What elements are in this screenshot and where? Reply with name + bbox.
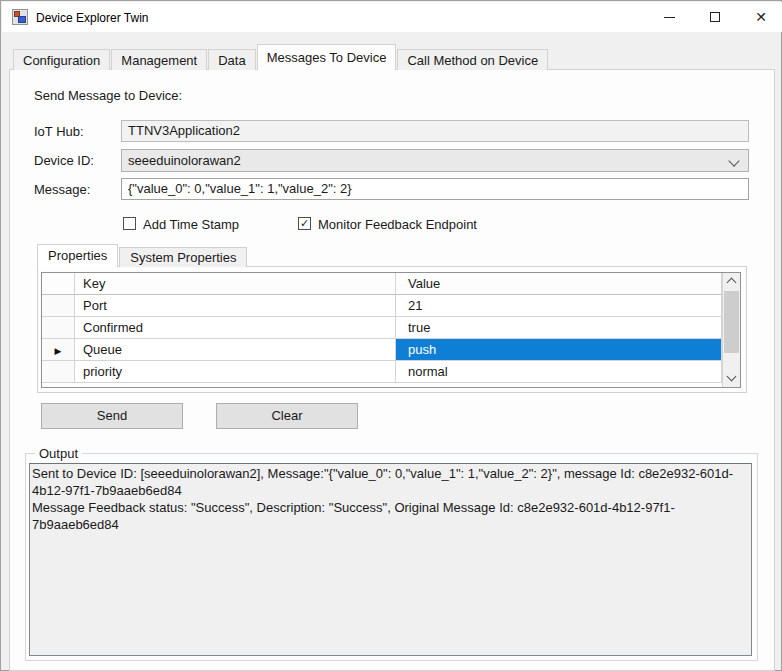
add-time-stamp-checkbox[interactable] [123, 217, 136, 230]
section-title: Send Message to Device: [34, 88, 182, 103]
grid-header-value: Value [396, 273, 722, 295]
output-line: Message Feedback status: "Success", Desc… [32, 499, 749, 533]
output-group-label: Output [35, 446, 82, 461]
row-header-cell[interactable]: ▶ [42, 339, 75, 361]
tab-properties[interactable]: Properties [37, 244, 118, 267]
scrollbar-thumb[interactable] [724, 291, 739, 353]
tab-data[interactable]: Data [208, 49, 255, 70]
main-tab-strip: Configuration Management Data Messages T… [13, 44, 549, 70]
monitor-feedback-endpoint-checkbox[interactable]: ✓ [298, 217, 311, 230]
value-cell-selected[interactable]: push [396, 339, 722, 361]
message-label: Message: [34, 182, 90, 197]
key-cell[interactable]: Confirmed [75, 317, 396, 339]
iot-hub-field[interactable]: TTNV3Application2 [121, 120, 749, 142]
iot-hub-label: IoT Hub: [34, 124, 84, 139]
table-row: Confirmed true [42, 317, 740, 339]
properties-grid: Key Value Port 21 Confirmed true ▶ Queue… [41, 272, 741, 388]
device-id-combobox[interactable]: seeeduinolorawan2 [121, 149, 749, 172]
current-row-marker-icon: ▶ [55, 346, 62, 356]
key-cell[interactable]: Queue [75, 339, 396, 361]
chevron-down-icon [728, 155, 739, 166]
grid-vertical-scrollbar[interactable] [722, 273, 740, 387]
tab-management[interactable]: Management [111, 49, 207, 70]
tab-system-properties[interactable]: System Properties [119, 247, 247, 267]
monitor-feedback-endpoint-label: Monitor Feedback Endpoint [318, 217, 477, 232]
key-cell[interactable]: Port [75, 295, 396, 317]
message-field[interactable]: {"value_0": 0,"value_1": 1,"value_2": 2} [121, 178, 749, 200]
properties-tab-strip: Properties System Properties [37, 244, 248, 267]
table-row: Port 21 [42, 295, 740, 317]
clear-button[interactable]: Clear [216, 403, 358, 429]
grid-header-row: Key Value [42, 273, 740, 295]
checkmark-icon: ✓ [300, 217, 309, 229]
row-header-cell[interactable] [42, 317, 75, 339]
grid-header-key: Key [75, 273, 396, 295]
add-time-stamp-label: Add Time Stamp [143, 217, 239, 232]
tab-configuration[interactable]: Configuration [13, 49, 110, 70]
device-id-label: Device ID: [34, 153, 94, 168]
row-header-cell[interactable] [42, 295, 75, 317]
row-header-cell[interactable] [42, 361, 75, 383]
table-row: ▶ Queue push [42, 339, 740, 361]
key-cell[interactable]: priority [75, 361, 396, 383]
output-line: Sent to Device ID: [seeeduinolorawan2], … [32, 465, 749, 499]
value-cell[interactable]: normal [396, 361, 722, 383]
grid-header-rowheader [42, 273, 75, 295]
send-button[interactable]: Send [41, 403, 183, 429]
value-cell[interactable]: 21 [396, 295, 722, 317]
tab-messages-to-device[interactable]: Messages To Device [257, 44, 397, 70]
tab-call-method-on-device[interactable]: Call Method on Device [397, 49, 548, 70]
table-row: priority normal [42, 361, 740, 383]
scroll-up-icon[interactable] [723, 273, 740, 290]
device-id-value: seeeduinolorawan2 [128, 153, 241, 168]
window-frame: Device Explorer Twin ✕ Configuration Man… [0, 0, 782, 671]
value-cell[interactable]: true [396, 317, 722, 339]
scroll-down-icon[interactable] [723, 370, 740, 387]
output-textarea[interactable]: Sent to Device ID: [seeeduinolorawan2], … [29, 463, 752, 656]
